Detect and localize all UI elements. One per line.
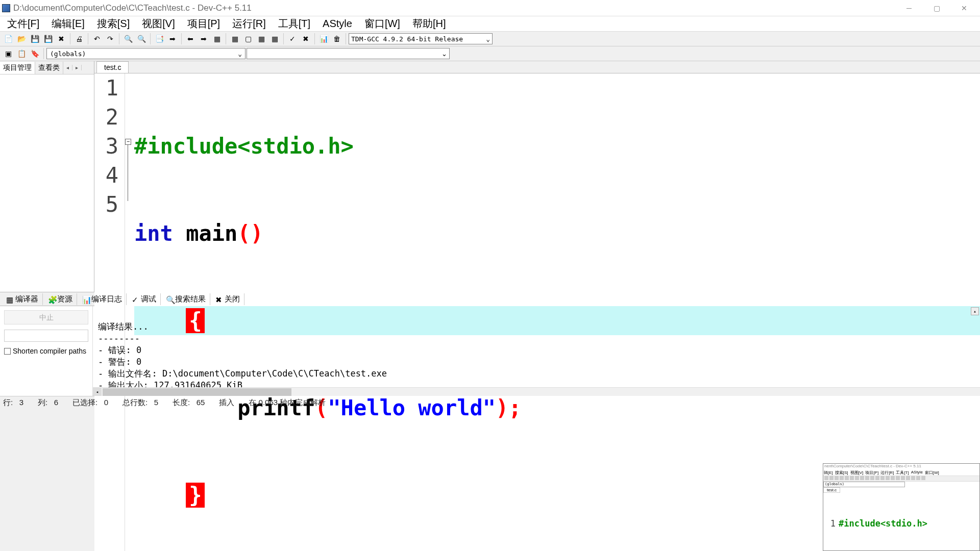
- tab-scroll-left-icon[interactable]: ◂: [63, 65, 72, 70]
- status-insert: 插入: [219, 398, 234, 408]
- tab-project-manage[interactable]: 项目管理: [0, 62, 35, 74]
- profile-icon[interactable]: 📊: [317, 33, 330, 45]
- close-file-icon[interactable]: ✖: [55, 33, 67, 45]
- undo-icon[interactable]: ↶: [91, 33, 103, 45]
- find-icon[interactable]: 🔍: [122, 33, 134, 45]
- function-select[interactable]: ⌄: [247, 48, 450, 59]
- redo-icon[interactable]: ↷: [104, 33, 116, 45]
- compile-log[interactable]: 编译结果... -------- - 错误: 0 - 警告: 0 - 输出文件名…: [93, 306, 980, 396]
- close-icon: ✖: [215, 295, 223, 303]
- thumb-toolbar: [823, 476, 979, 482]
- separator: [119, 33, 119, 44]
- menu-view[interactable]: 视图[V]: [136, 15, 181, 33]
- comment-icon[interactable]: ▦: [211, 33, 223, 45]
- horizontal-scrollbar[interactable]: ◂: [93, 387, 980, 396]
- bookmark-icon[interactable]: 📑: [153, 33, 165, 45]
- scroll-thumb[interactable]: [103, 388, 291, 396]
- project-tree[interactable]: [0, 74, 94, 292]
- log-warnings: - 警告: 0: [98, 357, 141, 367]
- shorten-paths-label: Shorten compiler paths: [13, 347, 86, 355]
- goto-icon[interactable]: ➡: [166, 33, 179, 45]
- chevron-down-icon: ⌄: [486, 35, 490, 43]
- stop-icon[interactable]: ✖: [300, 33, 312, 45]
- app-icon: [2, 4, 10, 12]
- output-filter-input[interactable]: [4, 330, 88, 342]
- file-tab-testc[interactable]: test.c: [96, 61, 129, 73]
- output-controls: 中止 Shorten compiler paths: [0, 306, 93, 396]
- keyword-int: int: [134, 221, 173, 246]
- tab-class-view[interactable]: 查看类: [35, 62, 63, 74]
- title-bar: D:\document\Computer\Code\C\CTeach\test.…: [0, 0, 980, 16]
- compiler-select-text: TDM-GCC 4.9.2 64-bit Release: [351, 35, 463, 43]
- debug-icon[interactable]: ✓: [286, 33, 299, 45]
- menu-project[interactable]: 项目[P]: [181, 15, 226, 33]
- open-file-icon[interactable]: 📂: [15, 33, 28, 45]
- menu-edit[interactable]: 编辑[E]: [45, 15, 90, 33]
- insert-icon[interactable]: 📋: [15, 47, 28, 60]
- maximize-button[interactable]: ▢: [929, 4, 944, 12]
- menu-tools[interactable]: 工具[T]: [272, 15, 316, 33]
- tab-scroll-right-icon[interactable]: ▸: [72, 65, 82, 70]
- checkbox-icon: [4, 348, 11, 355]
- toolbar-main: 📄 📂 💾 💾 ✖ 🖨 ↶ ↷ 🔍 🔍 📑 ➡ ⬅ ➡ ▦ ▦ ▢ ▦ ▦ ✓ …: [0, 32, 980, 46]
- scroll-left-icon[interactable]: ◂: [93, 388, 102, 396]
- status-parse: 在 0.063 秒内完成解析: [249, 398, 326, 408]
- log-dashes: --------: [98, 333, 140, 343]
- thumb-title: nent\Computer\Code\C\CTeach\test.c - Dev…: [823, 464, 979, 470]
- new-file-icon[interactable]: 📄: [2, 33, 14, 45]
- menu-astyle[interactable]: AStyle: [316, 16, 358, 32]
- run-icon[interactable]: ▢: [242, 33, 254, 45]
- window-controls: ─ ▢ ✕: [901, 4, 978, 12]
- tab-resource[interactable]: 🧩资源: [44, 293, 77, 305]
- compile-icon[interactable]: ▦: [229, 33, 241, 45]
- line-number: 4: [94, 161, 118, 190]
- brace-close: }: [186, 483, 205, 508]
- line-number: 1: [94, 73, 118, 103]
- separator: [43, 48, 44, 59]
- shorten-paths-checkbox[interactable]: Shorten compiler paths: [4, 347, 88, 355]
- separator: [226, 33, 226, 44]
- menu-run[interactable]: 运行[R]: [226, 15, 272, 33]
- menu-search[interactable]: 搜索[S]: [91, 15, 136, 33]
- compiler-select[interactable]: TDM-GCC 4.9.2 64-bit Release ⌄: [349, 33, 493, 44]
- menu-bar: 文件[F] 编辑[E] 搜索[S] 视图[V] 项目[P] 运行[R] 工具[T…: [0, 16, 980, 32]
- log-outfile: - 输出文件名: D:\document\Computer\Code\C\CTe…: [98, 368, 387, 379]
- save-all-icon[interactable]: 💾: [42, 33, 54, 45]
- indent-left-icon[interactable]: ⬅: [184, 33, 197, 45]
- tab-close[interactable]: ✖关闭: [211, 293, 244, 305]
- indent-right-icon[interactable]: ➡: [198, 33, 210, 45]
- toolbar-secondary: ▣ 📋 🔖 (globals) ⌄ ⌄: [0, 46, 980, 61]
- tab-search-results[interactable]: 🔍搜索结果: [162, 293, 210, 305]
- new-project-icon[interactable]: ▣: [2, 47, 14, 60]
- print-icon[interactable]: 🖨: [73, 33, 85, 45]
- compile-run-icon[interactable]: ▦: [255, 33, 267, 45]
- close-button[interactable]: ✕: [957, 4, 972, 12]
- menu-help[interactable]: 帮助[H]: [406, 15, 452, 33]
- globals-select[interactable]: (globals) ⌄: [46, 48, 246, 59]
- tab-compiler[interactable]: ▦编译器: [2, 293, 43, 305]
- main-area: 项目管理 查看类 ◂ ▸ test.c 1 2 3 4 5 − #include…: [0, 61, 980, 292]
- minimize-button[interactable]: ─: [901, 4, 917, 12]
- menu-window[interactable]: 窗口[W]: [358, 15, 406, 33]
- save-icon[interactable]: 💾: [29, 33, 41, 45]
- semicolon: ;: [508, 395, 521, 420]
- thumb-code: 1#include<stdio.h> 2int main() 3 { 4 pri…: [823, 493, 979, 551]
- fold-toggle-icon[interactable]: −: [125, 139, 131, 145]
- replace-icon[interactable]: 🔍: [135, 33, 148, 45]
- string-literal: "Hello world": [328, 395, 496, 420]
- status-sel: 已选择: 0: [72, 398, 108, 408]
- tab-compile-log[interactable]: 📊编译日志: [78, 293, 127, 305]
- globals-text: (globals): [50, 50, 86, 58]
- menu-file[interactable]: 文件[F]: [1, 15, 45, 33]
- separator: [346, 33, 346, 44]
- chevron-down-icon: ⌄: [238, 50, 242, 58]
- file-tabs: test.c: [94, 61, 980, 73]
- delete-profile-icon[interactable]: 🗑: [331, 33, 343, 45]
- scroll-up-icon[interactable]: ▴: [971, 307, 979, 315]
- toggle-bookmark-icon[interactable]: 🔖: [29, 47, 41, 60]
- log-header: 编译结果...: [98, 321, 149, 332]
- search-icon: 🔍: [166, 295, 173, 303]
- stop-button[interactable]: 中止: [4, 310, 88, 324]
- rebuild-icon[interactable]: ▦: [268, 33, 281, 45]
- separator: [314, 33, 315, 44]
